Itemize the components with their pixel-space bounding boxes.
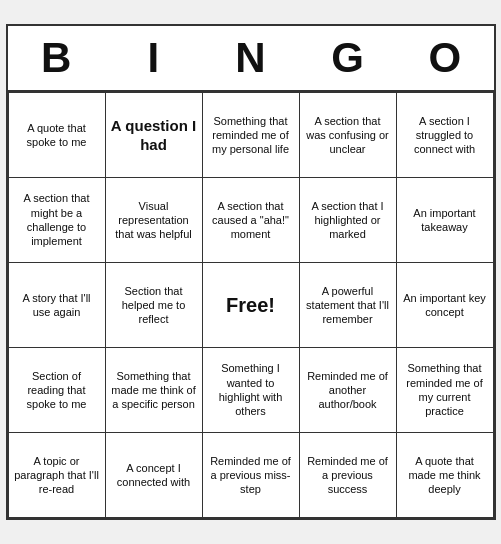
bingo-cell-4[interactable]: A section I struggled to connect with [397, 93, 494, 178]
bingo-cell-1[interactable]: A question I had [106, 93, 203, 178]
bingo-cell-24[interactable]: A quote that made me think deeply [397, 433, 494, 518]
bingo-cell-13[interactable]: A powerful statement that I'll remember [300, 263, 397, 348]
bingo-cell-22[interactable]: Reminded me of a previous miss-step [203, 433, 300, 518]
bingo-cell-11[interactable]: Section that helped me to reflect [106, 263, 203, 348]
bingo-cell-15[interactable]: Section of reading that spoke to me [9, 348, 106, 433]
bingo-cell-7[interactable]: A section that caused a "aha!" moment [203, 178, 300, 263]
bingo-cell-10[interactable]: A story that I'll use again [9, 263, 106, 348]
bingo-cell-17[interactable]: Something I wanted to highlight with oth… [203, 348, 300, 433]
bingo-card: BINGO A quote that spoke to meA question… [6, 24, 496, 520]
bingo-letter-i: I [108, 34, 198, 82]
bingo-header: BINGO [8, 26, 494, 92]
bingo-letter-b: B [11, 34, 101, 82]
bingo-cell-8[interactable]: A section that I highlighted or marked [300, 178, 397, 263]
bingo-letter-o: O [400, 34, 490, 82]
bingo-cell-16[interactable]: Something that made me think of a specif… [106, 348, 203, 433]
bingo-grid: A quote that spoke to meA question I had… [8, 92, 494, 518]
bingo-letter-n: N [205, 34, 295, 82]
bingo-cell-20[interactable]: A topic or paragraph that I'll re-read [9, 433, 106, 518]
bingo-cell-3[interactable]: A section that was confusing or unclear [300, 93, 397, 178]
bingo-cell-0[interactable]: A quote that spoke to me [9, 93, 106, 178]
bingo-cell-21[interactable]: A concept I connected with [106, 433, 203, 518]
bingo-cell-9[interactable]: An important takeaway [397, 178, 494, 263]
bingo-cell-18[interactable]: Reminded me of another author/book [300, 348, 397, 433]
bingo-letter-g: G [303, 34, 393, 82]
bingo-cell-5[interactable]: A section that might be a challenge to i… [9, 178, 106, 263]
bingo-cell-6[interactable]: Visual representation that was helpful [106, 178, 203, 263]
bingo-cell-19[interactable]: Something that reminded me of my current… [397, 348, 494, 433]
bingo-cell-14[interactable]: An important key concept [397, 263, 494, 348]
bingo-cell-2[interactable]: Something that reminded me of my persona… [203, 93, 300, 178]
bingo-cell-23[interactable]: Reminded me of a previous success [300, 433, 397, 518]
bingo-cell-12[interactable]: Free! [203, 263, 300, 348]
